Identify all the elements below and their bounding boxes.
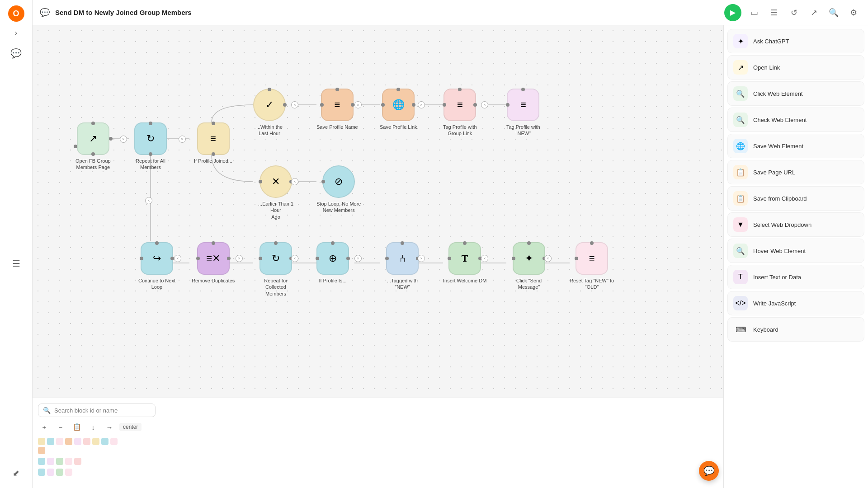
node-repeat-all[interactable]: ↻ Repeat for AllMembers (134, 122, 167, 171)
panel-item-select-dropdown[interactable]: ▼ Select Web Dropdown (727, 212, 864, 237)
color-dot[interactable] (47, 469, 54, 476)
color-dot[interactable] (38, 469, 45, 476)
connector-x-5[interactable]: × (418, 101, 425, 108)
node-tag-group-link[interactable]: ≡ Tag Profile withGroup Link (443, 89, 477, 137)
card-icon[interactable]: ▭ (747, 5, 761, 20)
node-continue-next[interactable]: ↪ Continue to Next Loop (134, 242, 179, 291)
code-icon: </> (733, 296, 748, 310)
search-header-icon[interactable]: 🔍 (826, 5, 841, 20)
panel-item-save-web-element[interactable]: 🌐 Save Web Element (727, 134, 864, 158)
connector-x-3[interactable]: × (291, 101, 298, 108)
search-input[interactable] (54, 407, 151, 414)
node-save-profile-link[interactable]: 🌐 Save Profile Link (380, 89, 417, 130)
color-dot[interactable] (38, 458, 45, 465)
move-right-button[interactable]: → (103, 421, 116, 433)
panel-item-insert-text[interactable]: T Insert Text or Data (727, 265, 864, 289)
connector-x-6[interactable]: × (481, 101, 488, 108)
color-dot[interactable] (65, 469, 72, 476)
color-dot[interactable] (56, 458, 63, 465)
copy-button[interactable]: 📋 (71, 421, 83, 433)
history-icon[interactable]: ↺ (787, 5, 801, 20)
toolbar-row: + − 📋 ↓ → center (38, 421, 718, 433)
node-stop-loop[interactable]: ⊘ Stop Loop, No MoreNew Members (316, 165, 361, 214)
node-if-profile-is[interactable]: ⊕ If Profile Is... (316, 242, 349, 284)
share-icon[interactable]: ↗ (807, 5, 821, 20)
panel-item-click-web-element[interactable]: 🔍 Click Web Element (727, 81, 864, 106)
check-icon: 🔍 (733, 113, 748, 127)
connector-x-13[interactable]: × (481, 255, 488, 262)
node-remove-dup[interactable]: ≡✕ Remove Duplicates (192, 242, 235, 284)
node-if-profile-joined[interactable]: ≡ If Profile Joined... (194, 122, 232, 164)
color-dot[interactable] (65, 458, 72, 465)
node-reset-tag[interactable]: ≡ Reset Tag "NEW" to"OLD" (570, 242, 614, 291)
panel-item-keyboard[interactable]: ⌨ Keyboard (727, 317, 864, 342)
right-panel: ✦ Ask ChatGPT ↗ Open Link 🔍 Click Web El… (723, 25, 868, 488)
node-open-fb[interactable]: ↗ Open FB GroupMembers Page (75, 122, 111, 171)
panel-item-label: Insert Text or Data (753, 274, 801, 281)
list-icon[interactable]: ☰ (767, 5, 781, 20)
panel-item-open-link[interactable]: ↗ Open Link (727, 55, 864, 80)
color-dot[interactable] (38, 447, 45, 454)
expand-button[interactable]: › (15, 29, 17, 37)
connector-x-7[interactable]: × (291, 178, 298, 185)
color-grid (38, 438, 119, 476)
panel-item-label: Open Link (753, 64, 780, 71)
clipboard-icon: 📋 (733, 191, 748, 206)
panel-item-save-page-url[interactable]: 📋 Save Page URL (727, 160, 864, 184)
panel-item-label: Save Web Element (753, 143, 803, 150)
zoom-in-button[interactable]: + (38, 421, 51, 433)
color-dot[interactable] (47, 438, 54, 445)
node-repeat-collected[interactable]: ↻ Repeat for CollectedMembers (253, 242, 298, 297)
node-insert-welcome[interactable]: T Insert Welcome DM (443, 242, 486, 284)
node-within-last-hour[interactable]: ✓ ...Within theLast Hour (253, 89, 286, 137)
color-dot[interactable] (38, 438, 45, 445)
connector-x-10[interactable]: × (291, 255, 298, 262)
node-tagged-new[interactable]: ⑃ ...Tagged with "NEW" (380, 242, 425, 291)
move-down-button[interactable]: ↓ (87, 421, 99, 433)
node-tag-new[interactable]: ≡ Tag Profile with"NEW" (506, 89, 540, 137)
back-button[interactable]: ⬋ (13, 468, 19, 478)
menu-icon[interactable]: ☰ (12, 258, 20, 269)
color-dot[interactable] (92, 438, 99, 445)
color-dot[interactable] (110, 438, 118, 445)
connector-x-2[interactable]: × (179, 136, 186, 143)
color-dot[interactable] (65, 438, 72, 445)
comment-header-icon[interactable]: 💬 (40, 8, 50, 18)
connector-x-12[interactable]: × (418, 255, 425, 262)
hover-icon: 🔍 (733, 244, 748, 258)
node-earlier-than[interactable]: ✕ ...Earlier Than 1 HourAgo (253, 165, 298, 220)
color-dot[interactable] (56, 438, 63, 445)
connector-x-4[interactable]: × (354, 101, 362, 108)
click-icon: 🔍 (733, 86, 748, 101)
panel-item-ask-chatgpt[interactable]: ✦ Ask ChatGPT (727, 29, 864, 53)
connector-x-8[interactable]: × (174, 255, 181, 262)
panel-item-label: Keyboard (753, 326, 778, 333)
node-save-profile-name[interactable]: ≡ Save Profile Name (316, 89, 358, 130)
panel-item-check-web-element[interactable]: 🔍 Check Web Element (727, 108, 864, 132)
comment-icon[interactable]: 💬 (10, 48, 22, 59)
color-dot[interactable] (47, 458, 54, 465)
color-dot[interactable] (74, 438, 81, 445)
panel-item-hover-web-element[interactable]: 🔍 Hover Web Element (727, 239, 864, 263)
panel-item-save-clipboard[interactable]: 📋 Save from Clipboard (727, 186, 864, 211)
color-dot[interactable] (101, 438, 108, 445)
page-url-icon: 📋 (733, 165, 748, 179)
chat-bubble[interactable]: 💬 (699, 461, 719, 481)
panel-item-write-javascript[interactable]: </> Write JavaScript (727, 291, 864, 315)
connector-x-1[interactable]: × (120, 136, 127, 143)
node-click-send[interactable]: ✦ Click "Send Message" (506, 242, 552, 291)
play-button[interactable]: ▶ (724, 4, 741, 21)
connector-x-11[interactable]: × (354, 255, 362, 262)
connector-x-9[interactable]: × (236, 255, 243, 262)
dropdown-icon: ▼ (733, 217, 748, 232)
zoom-out-button[interactable]: − (54, 421, 67, 433)
app-logo: O (8, 5, 24, 22)
search-box[interactable]: 🔍 (38, 404, 156, 417)
connector-x-down[interactable]: × (145, 197, 152, 204)
color-dot[interactable] (74, 458, 81, 465)
settings-icon[interactable]: ⚙ (846, 5, 861, 20)
color-dot[interactable] (56, 469, 63, 476)
search-icon: 🔍 (43, 407, 51, 414)
connector-x-14[interactable]: × (544, 255, 552, 262)
color-dot[interactable] (83, 438, 90, 445)
